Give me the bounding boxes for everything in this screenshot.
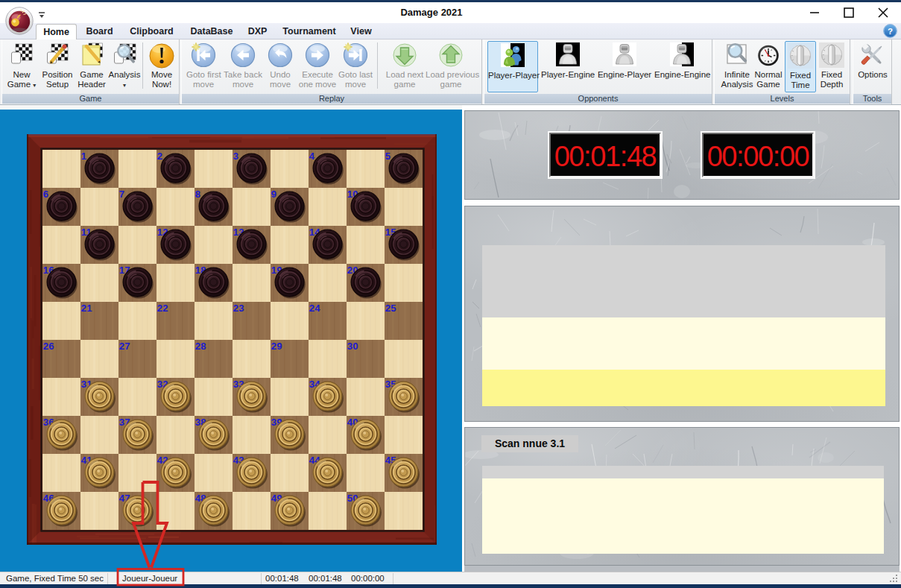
svg-text:23: 23 (233, 303, 244, 314)
svg-text:28: 28 (195, 341, 206, 352)
svg-text:6: 6 (43, 189, 48, 200)
svg-text:1: 1 (81, 151, 86, 162)
svg-text:30: 30 (347, 341, 358, 352)
svg-text:25: 25 (385, 303, 396, 314)
svg-text:26: 26 (43, 341, 54, 352)
svg-text:22: 22 (157, 303, 168, 314)
svg-text:4: 4 (309, 151, 315, 162)
svg-text:7: 7 (119, 189, 124, 200)
svg-text:24: 24 (309, 303, 320, 314)
svg-text:5: 5 (385, 151, 391, 162)
svg-text:8: 8 (195, 189, 200, 200)
svg-text:21: 21 (81, 303, 92, 314)
svg-text:9: 9 (271, 189, 276, 200)
svg-text:29: 29 (271, 341, 282, 352)
svg-text:27: 27 (119, 341, 130, 352)
svg-text:2: 2 (157, 151, 162, 162)
svg-text:?: ? (888, 27, 893, 36)
svg-text:3: 3 (233, 151, 238, 162)
